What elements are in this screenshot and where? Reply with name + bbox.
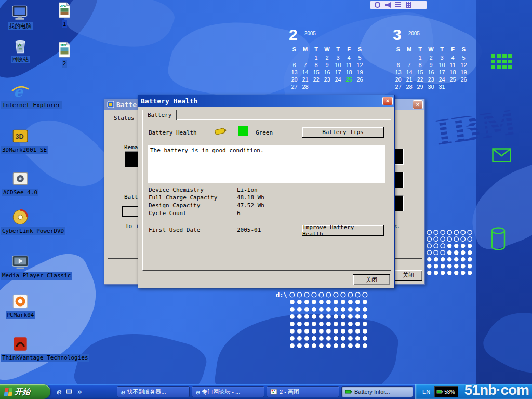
- calendar-day: 23: [322, 76, 332, 83]
- calendar-day: 22: [311, 76, 322, 83]
- calendar-day: 7: [404, 61, 415, 69]
- language-indicator[interactable]: EN: [422, 389, 430, 395]
- calendar-day: 4: [343, 54, 354, 61]
- icon-label: CyberLink PowerDVD: [1, 227, 65, 235]
- calendar-day: 2: [425, 54, 436, 61]
- calendar-day: 14: [404, 69, 415, 76]
- tab-battery[interactable]: Battery: [142, 110, 177, 120]
- dialog-title: Battery Health: [141, 97, 198, 105]
- health-status-swatch: [238, 126, 248, 136]
- ie-icon: e: [195, 388, 200, 396]
- condition-textbox[interactable]: The battery is in good condition.: [148, 145, 385, 183]
- battery-percent: 58%: [444, 389, 455, 395]
- close-button[interactable]: 关闭: [353, 274, 390, 285]
- ie-quicklaunch-icon[interactable]: e: [56, 387, 61, 396]
- battery-health-label: Battery Health: [149, 129, 197, 136]
- calendar-day: 19: [458, 69, 469, 76]
- to-label: To i: [125, 223, 139, 230]
- info-label: Design Capacity: [149, 202, 200, 209]
- desktop-icon-pcmark04[interactable]: PCMark04: [1, 292, 39, 319]
- calendar-day: 15: [311, 69, 322, 76]
- icon-label: 我的电脑: [8, 22, 33, 30]
- calendar-grid: SMTWTFS123456789101112131415161718192021…: [289, 46, 365, 90]
- info-label: Device Chemistry: [149, 187, 204, 193]
- calendar-day: 9: [425, 61, 436, 69]
- desktop-icon-acdsee[interactable]: ACDSee 4.0: [1, 169, 39, 196]
- 3dmark-icon: 3D: [11, 127, 30, 145]
- taskbar-task-server[interactable]: e 找不到服务器...: [117, 386, 190, 397]
- calendar-weekday: S: [393, 46, 404, 53]
- svg-text:JPG: JPG: [60, 43, 66, 47]
- desktop-icon-media-player-classic[interactable]: Media Player Classic: [1, 252, 39, 280]
- calendar-february: 2 2005 SMTWTFS12345678910111213141516171…: [289, 27, 365, 90]
- taskbar-task-paint[interactable]: 2 - 画图: [267, 386, 339, 397]
- start-button[interactable]: 开始: [0, 384, 50, 399]
- calendar-day: 7: [300, 61, 311, 69]
- recycle-bin-icon: [11, 36, 30, 55]
- close-button[interactable]: 关闭: [394, 270, 422, 281]
- osd-toolbar[interactable]: [370, 1, 427, 9]
- calendar-day: 23: [425, 76, 436, 83]
- desktop-icon-powerdvd[interactable]: CyberLink PowerDVD: [1, 208, 39, 235]
- calendar-month-number: 3: [393, 27, 402, 43]
- battery-health-dialog[interactable]: Battery Health × Battery Battery Health …: [138, 95, 395, 288]
- calendar-day: 20: [393, 76, 404, 83]
- calendar-grid: SMTWTFS123456789101112131415161718192021…: [393, 46, 469, 90]
- tab-status[interactable]: Status: [109, 113, 140, 123]
- desktop-icon-thinkvantage[interactable]: ThinkVantage Technologies: [1, 335, 39, 362]
- desktop-icon-my-computer[interactable]: 我的电脑: [1, 3, 39, 30]
- show-desktop-icon[interactable]: [65, 388, 73, 395]
- icon-label: 3DMark2001 SE: [1, 146, 48, 154]
- chevron-icon[interactable]: »: [77, 387, 82, 396]
- calendar-day: 24: [332, 76, 343, 83]
- info-value: 6: [237, 210, 241, 217]
- calendar-day: 30: [425, 83, 436, 90]
- file-label: 2: [62, 60, 68, 68]
- desktop-file-1[interactable]: JPG 1: [49, 1, 80, 28]
- watermark: 51nb·com: [464, 382, 529, 398]
- taskbar-task-forum[interactable]: e 专门网论坛 - ...: [192, 386, 264, 397]
- battery-tips-button[interactable]: Battery Tips: [302, 127, 384, 138]
- dialog-titlebar[interactable]: Battery Health ×: [138, 95, 394, 107]
- calendar-day: 15: [415, 69, 425, 76]
- speaker-icon[interactable]: [385, 2, 391, 8]
- desktop-icon-recycle-bin[interactable]: 回收站: [1, 36, 39, 63]
- calendar-weekday: M: [300, 46, 311, 53]
- window-title: Batte: [116, 101, 137, 109]
- calendar-day: 26: [354, 76, 365, 83]
- calendar-day: [404, 54, 415, 61]
- calendar-day: 1: [311, 54, 322, 61]
- desktop-icon-3dmark2001[interactable]: 3D 3DMark2001 SE: [1, 127, 39, 154]
- cylinder-icon: [490, 227, 506, 251]
- calendar-year: 2005: [301, 31, 316, 36]
- my-computer-icon: [11, 3, 30, 22]
- mpc-icon: [11, 252, 30, 271]
- mouse-icon[interactable]: [375, 2, 380, 8]
- close-icon[interactable]: ×: [413, 100, 423, 109]
- pcmark-icon: [11, 292, 30, 311]
- calendar-day: 9: [322, 61, 332, 69]
- keyboard-icon[interactable]: [406, 2, 411, 8]
- battery-meter[interactable]: 58%: [434, 386, 458, 397]
- calendar-day: 25: [343, 76, 354, 83]
- taskbar-task-battery-information[interactable]: Battery Infor...: [341, 386, 413, 397]
- sliders-icon[interactable]: [395, 2, 401, 8]
- icon-label: ACDSee 4.0: [2, 189, 38, 196]
- battery-tray-icon: [436, 389, 443, 395]
- calendar-day: [343, 83, 354, 90]
- calendar-march: 3 2005 SMTWTFS12345678910111213141516171…: [393, 27, 469, 90]
- improve-battery-health-button[interactable]: Improve Battery Health...: [302, 225, 384, 236]
- desktop-icon-internet-explorer[interactable]: e Internet Explorer: [1, 82, 39, 109]
- close-icon[interactable]: ×: [382, 97, 393, 105]
- paint-icon: [270, 388, 277, 395]
- calendar-day: 4: [447, 54, 458, 61]
- desktop-file-2[interactable]: JPG 2: [49, 41, 80, 68]
- calendar-day: 13: [289, 69, 300, 76]
- calendar-day: [300, 54, 311, 61]
- health-status-text: Green: [256, 129, 273, 136]
- calendar-day: 29: [415, 83, 425, 90]
- calendar-day: 25: [447, 76, 458, 83]
- powerdvd-icon: [11, 208, 30, 227]
- icon-label: Internet Explorer: [1, 101, 62, 109]
- calendar-day: 17: [332, 69, 343, 76]
